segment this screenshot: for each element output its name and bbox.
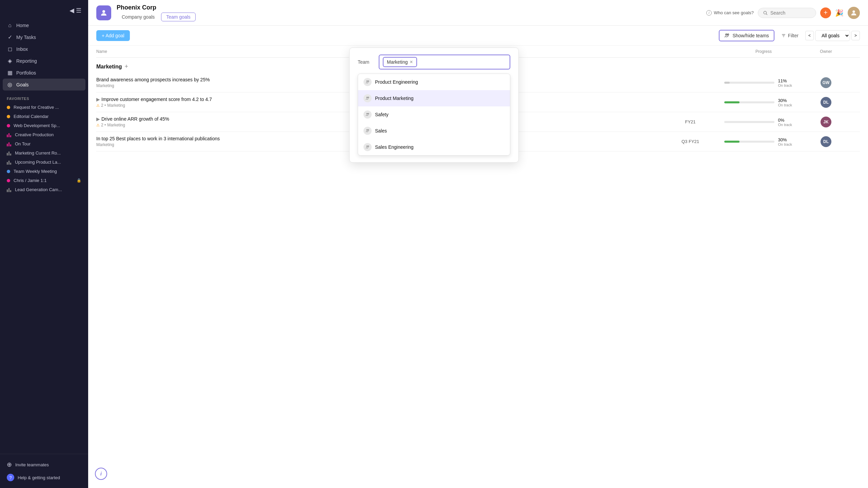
progress-status: On track — [778, 103, 792, 107]
favorites-item-request-creative[interactable]: Request for Creative ... — [3, 103, 85, 112]
sidebar-item-reporting[interactable]: ◈ Reporting — [3, 55, 85, 67]
marketing-section-add-button[interactable]: + — [125, 63, 129, 70]
dropdown-item-label: Safety — [375, 112, 389, 117]
team-dropdown-list: Product Engineering Product Marketing Sa… — [358, 74, 510, 156]
progress-info: 0% On track — [778, 117, 792, 127]
favorites-item-creative-production[interactable]: Creative Production — [3, 130, 85, 139]
search-box[interactable] — [758, 8, 816, 18]
sidebar-item-my-tasks[interactable]: ✓ My Tasks — [3, 31, 85, 43]
progress-bar — [724, 121, 774, 123]
progress-fill — [724, 141, 739, 143]
progress-status: On track — [778, 142, 792, 146]
filter-label: Filter — [788, 33, 798, 38]
favorites-item-editorial-calendar[interactable]: Editorial Calendar — [3, 112, 85, 121]
goal-owner: JK — [792, 117, 860, 127]
toolbar-right: Show/hide teams Filter < All goals > — [719, 30, 860, 41]
who-can-see-link[interactable]: i Who can see goals? — [706, 10, 754, 16]
info-icon: i — [706, 10, 712, 16]
expand-icon[interactable]: ▶ — [96, 97, 100, 102]
favorites-item-lead-generation[interactable]: Lead Generation Cam... — [3, 185, 85, 194]
favorites-item-web-development[interactable]: Web Development Sp... — [3, 121, 85, 130]
sidebar-item-goals[interactable]: ◎ Goals — [3, 79, 85, 90]
invite-teammates-item[interactable]: ⊕ Invite teammates — [3, 458, 85, 471]
search-icon — [763, 11, 768, 15]
favorites-label: Chris / Jamie 1:1 — [14, 178, 73, 183]
expand-icon[interactable]: ▶ — [96, 116, 100, 122]
who-can-see-label: Who can see goals? — [714, 10, 754, 15]
favorites-item-marketing-current[interactable]: Marketing Current Ro... — [3, 148, 85, 158]
svg-point-16 — [368, 129, 369, 130]
add-goal-button[interactable]: + Add goal — [96, 30, 130, 41]
filter-button[interactable]: Filter — [778, 30, 802, 41]
progress-status: On track — [778, 123, 792, 127]
notification-icon[interactable]: 🎉 — [835, 9, 844, 17]
add-button[interactable]: + — [820, 7, 831, 18]
sidebar-item-inbox[interactable]: ◻ Inbox — [3, 43, 85, 55]
favorites-label: Request for Creative ... — [14, 105, 81, 110]
dropdown-item-product-engineering[interactable]: Product Engineering — [358, 74, 510, 90]
favorites-item-team-weekly[interactable]: Team Weekly Meeting — [3, 167, 85, 176]
header-tab-team-goals[interactable]: Team goals — [161, 13, 196, 21]
marketing-section-title: Marketing — [96, 64, 122, 70]
dot-icon — [7, 115, 10, 118]
favorites-item-upcoming-product[interactable]: Upcoming Product La... — [3, 158, 85, 167]
dropdown-item-product-marketing[interactable]: Product Marketing — [358, 90, 510, 106]
dropdown-item-safety[interactable]: Safety — [358, 106, 510, 123]
bar-icon — [7, 151, 12, 156]
sidebar: ◀ ☰ ⌂ Home✓ My Tasks◻ Inbox◈ Reporting▦ … — [0, 0, 88, 488]
svg-point-17 — [367, 146, 368, 147]
sidebar-item-home[interactable]: ⌂ Home — [3, 20, 85, 31]
team-icon — [724, 33, 730, 38]
team-icon — [363, 94, 372, 102]
header-right: i Who can see goals? + 🎉 — [706, 7, 860, 19]
svg-point-4 — [726, 34, 727, 35]
goal-progress: 30% On track — [724, 137, 792, 146]
dropdown-item-sales[interactable]: Sales — [358, 123, 510, 139]
home-icon: ⌂ — [7, 22, 13, 28]
header: Phoenix Corp Company goalsTeam goals i W… — [88, 0, 868, 26]
show-hide-teams-button[interactable]: Show/hide teams — [719, 30, 774, 41]
favorites-label: Upcoming Product La... — [15, 160, 81, 165]
show-hide-panel[interactable]: Team Marketing ✕ Product Engineering — [349, 47, 519, 163]
reporting-label: Reporting — [16, 58, 37, 64]
svg-point-9 — [367, 81, 368, 82]
dropdown-item-label: Product Marketing — [375, 96, 414, 101]
dot-icon — [7, 170, 10, 173]
team-filter-row: Team Marketing ✕ — [358, 55, 510, 69]
dot-icon — [7, 124, 10, 127]
sidebar-item-portfolios[interactable]: ▦ Portfolios — [3, 67, 85, 79]
dropdown-item-label: Product Engineering — [375, 79, 418, 85]
goal-progress: 0% On track — [724, 117, 792, 127]
header-tab-company-goals[interactable]: Company goals — [117, 13, 160, 21]
chip-remove-button[interactable]: ✕ — [410, 60, 413, 64]
user-avatar[interactable] — [848, 7, 860, 19]
favorites-label: Favorites — [0, 92, 88, 103]
team-icon — [363, 110, 372, 119]
team-input-wrapper[interactable]: Marketing ✕ — [379, 55, 510, 69]
warning-icon: ⚠ — [96, 103, 100, 108]
toggle-sidebar-button[interactable]: ◀ ☰ — [68, 5, 83, 16]
warning-icon: ⚠ — [96, 123, 100, 127]
favorites-item-on-tour[interactable]: On Tour — [3, 139, 85, 148]
favorites-item-chris-jamie[interactable]: Chris / Jamie 1:1🔒 — [3, 176, 85, 185]
dropdown-item-sales-engineering[interactable]: Sales Engineering — [358, 139, 510, 155]
info-circle-button[interactable]: i — [95, 468, 107, 480]
goals-selector[interactable]: All goals — [815, 30, 850, 41]
nav-next-button[interactable]: > — [851, 31, 860, 40]
progress-info: 30% On track — [778, 137, 792, 146]
svg-point-18 — [368, 146, 369, 147]
progress-info: 30% On track — [778, 98, 792, 107]
favorites-label: Creative Production — [15, 132, 81, 137]
team-search-input[interactable] — [420, 59, 506, 65]
owner-avatar: DL — [821, 136, 831, 147]
help-icon: ? — [7, 474, 14, 481]
home-label: Home — [16, 23, 29, 28]
nav-prev-button[interactable]: < — [805, 31, 814, 40]
help-item[interactable]: ? Help & getting started — [3, 471, 85, 484]
col-progress: Progress — [724, 49, 792, 54]
search-input[interactable] — [770, 10, 811, 16]
progress-pct: 11% — [778, 78, 787, 83]
progress-pct: 30% — [778, 98, 787, 103]
goals-nav: < All goals > — [805, 30, 860, 41]
header-title-area: Phoenix Corp Company goalsTeam goals — [117, 4, 701, 21]
